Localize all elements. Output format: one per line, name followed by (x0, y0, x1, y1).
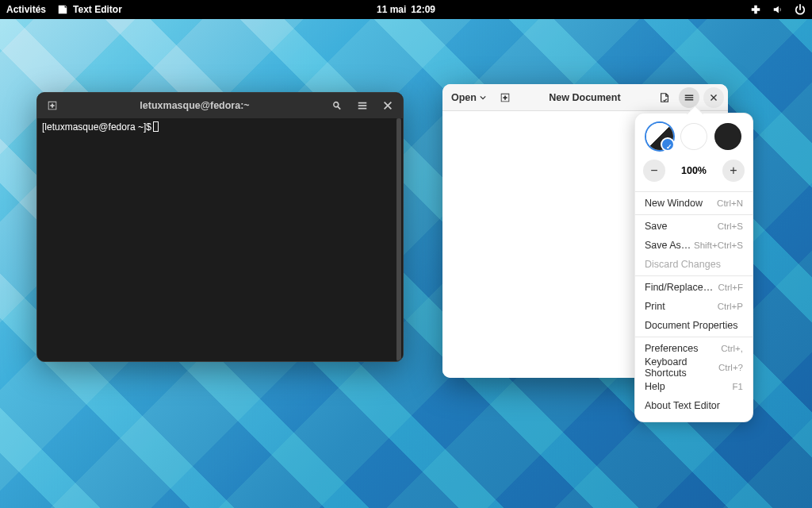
system-status-area[interactable] (750, 4, 806, 15)
menu-accel: Ctrl+, (721, 344, 743, 353)
close-button[interactable] (703, 87, 724, 108)
document-title: New Document (519, 92, 650, 103)
text-editor-icon (57, 4, 68, 15)
menu-keyboard-shortcuts[interactable]: Keyboard Shortcuts Ctrl+? (640, 358, 748, 377)
page-icon (659, 92, 670, 103)
close-icon (708, 92, 719, 103)
menu-separator (635, 191, 753, 192)
sidebar-toggle-button[interactable] (654, 87, 675, 108)
menu-new-window[interactable]: New Window Ctrl+N (640, 194, 748, 213)
terminal-title: letuxmasque@fedora:~ (67, 100, 322, 111)
menu-accel: Ctrl+P (718, 302, 743, 311)
main-menu-button[interactable] (679, 87, 699, 108)
menu-discard-changes: Discard Changes (640, 255, 748, 274)
activities-button[interactable]: Activités (6, 4, 46, 15)
menu-label: Keyboard Shortcuts (645, 356, 718, 379)
menu-label: Discard Changes (645, 259, 721, 270)
menu-save[interactable]: Save Ctrl+S (640, 217, 748, 236)
clock[interactable]: 11 mai 12:09 (377, 4, 435, 15)
new-tab-button[interactable] (42, 95, 63, 116)
menu-separator (635, 275, 753, 276)
menu-label: Help (645, 381, 665, 392)
menu-label: About Text Editor (645, 400, 720, 411)
zoom-out-button[interactable]: − (643, 160, 665, 182)
menu-document-properties[interactable]: Document Properties (640, 316, 748, 335)
scrollbar-thumb[interactable] (396, 118, 401, 361)
terminal-body[interactable]: [letuxmasque@fedora ~]$ (37, 118, 403, 361)
menu-help[interactable]: Help F1 (640, 377, 748, 396)
editor-titlebar[interactable]: Open New Document (442, 84, 728, 111)
terminal-cursor (153, 121, 159, 132)
menu-label: Print (645, 301, 665, 312)
menu-accel: Ctrl+S (718, 221, 743, 231)
menu-separator (635, 214, 753, 215)
time-label: 12:09 (411, 4, 435, 15)
menu-save-as[interactable]: Save As… Shift+Ctrl+S (640, 236, 748, 255)
menu-accel: Ctrl+F (718, 283, 743, 292)
menu-find-replace[interactable]: Find/Replace… Ctrl+F (640, 278, 748, 297)
plus-square-icon (500, 92, 511, 103)
menu-label: Save As… (645, 240, 691, 251)
menu-accel: F1 (733, 382, 743, 391)
menu-about[interactable]: About Text Editor (640, 396, 748, 415)
zoom-value: 100% (681, 165, 707, 176)
terminal-window: letuxmasque@fedora:~ [letuxmasque@fedora… (36, 92, 404, 362)
theme-light-button[interactable] (680, 123, 707, 150)
chevron-down-icon (480, 94, 486, 101)
top-bar: Activités Text Editor 11 mai 12:09 (0, 0, 812, 19)
volume-icon (772, 4, 783, 15)
terminal-prompt: [letuxmasque@fedora ~]$ (42, 121, 151, 133)
hamburger-icon (684, 92, 695, 103)
focused-app-indicator[interactable]: Text Editor (57, 4, 122, 15)
new-tab-button[interactable] (495, 87, 515, 108)
menu-label: New Window (645, 198, 703, 209)
menu-label: Find/Replace… (645, 282, 713, 293)
focused-app-label: Text Editor (73, 4, 122, 15)
zoom-control: − 100% + (640, 156, 748, 190)
theme-system-button[interactable] (646, 123, 673, 150)
network-icon (750, 4, 761, 15)
main-menu-popover: − 100% + New Window Ctrl+N Save Ctrl+S S… (634, 113, 753, 422)
terminal-titlebar[interactable]: letuxmasque@fedora:~ (37, 93, 403, 118)
date-label: 11 mai (377, 4, 406, 15)
power-icon (795, 4, 806, 15)
menu-accel: Shift+Ctrl+S (694, 241, 743, 250)
hamburger-icon (357, 100, 368, 111)
close-icon (382, 100, 393, 111)
theme-dark-button[interactable] (714, 123, 741, 150)
open-label: Open (451, 92, 477, 103)
terminal-scrollbar[interactable] (396, 118, 401, 361)
plus-square-icon (47, 100, 58, 111)
menu-preferences[interactable]: Preferences Ctrl+, (640, 339, 748, 358)
search-button[interactable] (327, 95, 347, 116)
hamburger-button[interactable] (352, 95, 373, 116)
menu-print[interactable]: Print Ctrl+P (640, 297, 748, 316)
search-icon (331, 100, 343, 111)
zoom-in-button[interactable]: + (722, 160, 745, 182)
menu-accel: Ctrl+N (717, 198, 743, 208)
close-button[interactable] (377, 95, 398, 116)
menu-label: Save (645, 221, 668, 232)
menu-separator (635, 337, 753, 337)
menu-accel: Ctrl+? (718, 363, 743, 372)
menu-label: Preferences (645, 343, 698, 354)
theme-selector (640, 121, 748, 156)
open-button[interactable]: Open (446, 87, 491, 108)
menu-label: Document Properties (645, 320, 737, 331)
